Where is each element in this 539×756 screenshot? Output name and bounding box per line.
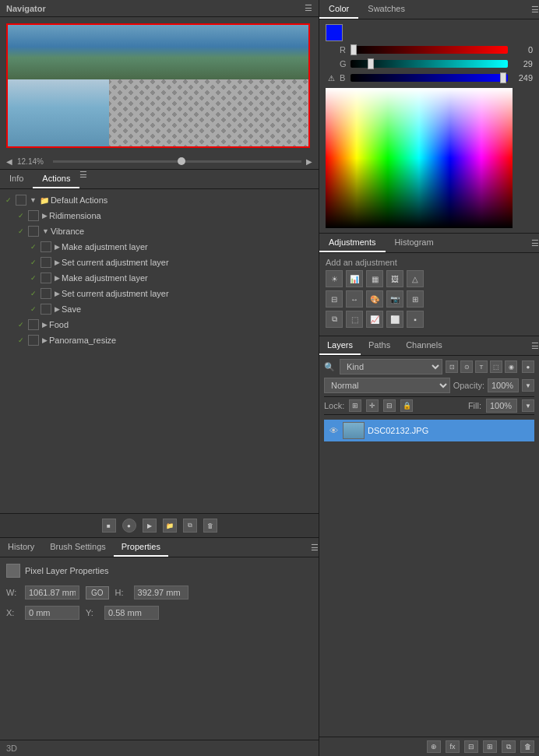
r-value: 0 xyxy=(511,45,533,55)
zoom-level: 12.14% xyxy=(17,157,48,166)
color-menu-icon[interactable]: ☰ xyxy=(531,5,539,15)
tab-info[interactable]: Info xyxy=(0,170,33,188)
zoom-in-icon[interactable]: ▶ xyxy=(306,157,312,166)
adj-hsl-icon[interactable]: ⊟ xyxy=(326,290,343,308)
tab-actions[interactable]: Actions xyxy=(33,170,79,188)
zoom-slider[interactable] xyxy=(53,160,301,163)
adj-brightness-icon[interactable]: ☀ xyxy=(326,270,343,287)
y-label: Y: xyxy=(86,608,98,617)
layer-visibility-icon[interactable]: 👁 xyxy=(327,424,340,437)
adj-posterize-icon[interactable]: 📈 xyxy=(366,311,383,328)
actions-menu-icon[interactable]: ☰ xyxy=(79,170,87,188)
g-slider[interactable] xyxy=(351,60,508,68)
adj-colorlookup-icon[interactable]: ⧉ xyxy=(326,311,343,328)
folder-button[interactable]: 📁 xyxy=(163,519,177,533)
b-slider-thumb[interactable] xyxy=(500,72,506,83)
g-slider-thumb[interactable] xyxy=(368,58,374,69)
filter-type-icon[interactable]: T xyxy=(475,360,488,373)
zoom-out-icon[interactable]: ◀ xyxy=(6,157,12,166)
adj-vibrance-icon[interactable]: △ xyxy=(407,270,424,287)
tab-layers[interactable]: Layers xyxy=(319,336,361,355)
play-button[interactable]: ▶ xyxy=(143,519,157,533)
tab-paths[interactable]: Paths xyxy=(361,336,398,355)
adj-invert-icon[interactable]: ⬚ xyxy=(346,311,363,328)
record-button[interactable]: ● xyxy=(122,519,136,533)
layer-thumbnail xyxy=(343,422,365,439)
expand-icon[interactable]: ▶ xyxy=(55,258,60,266)
foreground-color-swatch[interactable] xyxy=(326,24,343,41)
expand-icon[interactable]: ▼ xyxy=(30,196,37,204)
expand-icon[interactable]: ▶ xyxy=(55,290,60,297)
adj-levels-icon[interactable]: 📊 xyxy=(346,270,363,287)
filter-shape-icon[interactable]: ⬚ xyxy=(490,360,502,373)
r-slider[interactable] xyxy=(351,46,508,54)
r-slider-thumb[interactable] xyxy=(351,44,357,55)
adj-gradient-icon[interactable]: ▪ xyxy=(407,311,424,328)
lock-checkerboard-icon[interactable]: ⊞ xyxy=(349,399,361,412)
tab-properties[interactable]: Properties xyxy=(114,538,168,557)
new-group-icon[interactable]: ⊞ xyxy=(483,740,497,753)
stop-button[interactable]: ■ xyxy=(102,519,116,533)
expand-icon[interactable]: ▶ xyxy=(42,336,48,344)
b-value: 249 xyxy=(511,73,533,83)
list-item: ✓ ▶ Save xyxy=(0,301,319,317)
adj-photofilter-icon[interactable]: 📷 xyxy=(386,290,403,308)
bottom-panel-menu-icon[interactable]: ☰ xyxy=(311,543,319,553)
b-slider[interactable] xyxy=(351,74,508,82)
layers-menu-icon[interactable]: ☰ xyxy=(531,341,539,351)
adj-menu-icon[interactable]: ☰ xyxy=(531,238,539,248)
width-input[interactable] xyxy=(25,585,79,600)
expand-icon[interactable]: ▶ xyxy=(55,305,60,313)
adj-threshold-icon[interactable]: ⬜ xyxy=(386,311,403,328)
adj-channelmixer-icon[interactable]: ⊞ xyxy=(407,290,424,308)
lock-all-icon[interactable]: 🔒 xyxy=(400,399,413,412)
expand-icon[interactable]: ▶ xyxy=(55,243,60,251)
fill-input[interactable] xyxy=(486,399,517,413)
zoom-slider-thumb[interactable] xyxy=(178,157,185,165)
y-input[interactable] xyxy=(104,606,159,620)
tab-color[interactable]: Color xyxy=(319,0,358,19)
action-item-label: Make adjustment layer xyxy=(62,242,148,251)
blend-mode-select[interactable]: Normal xyxy=(324,378,450,393)
tab-swatches[interactable]: Swatches xyxy=(358,0,414,19)
go-button[interactable]: GO xyxy=(86,586,109,600)
expand-icon[interactable]: ▶ xyxy=(55,274,60,282)
fill-dropdown-icon[interactable]: ▼ xyxy=(522,399,534,412)
new-layer-icon[interactable]: ⧉ xyxy=(502,740,516,753)
filter-toggle-icon[interactable]: ● xyxy=(522,360,534,373)
height-input[interactable] xyxy=(134,585,188,600)
delete-layer-icon[interactable]: 🗑 xyxy=(520,740,534,753)
tab-history[interactable]: History xyxy=(0,538,42,557)
mask-icon[interactable]: ⊟ xyxy=(464,740,478,753)
lock-move-icon[interactable]: ✛ xyxy=(366,399,379,412)
b-slider-row: ⚠ B 249 xyxy=(326,72,533,83)
adj-colorbalance-icon[interactable]: ↔ xyxy=(346,290,363,308)
expand-icon[interactable]: ▶ xyxy=(42,321,48,329)
opacity-dropdown-icon[interactable]: ▼ xyxy=(522,379,534,392)
delete-action-button[interactable]: 🗑 xyxy=(203,519,217,533)
tab-brush-settings[interactable]: Brush Settings xyxy=(42,538,114,557)
kind-select[interactable]: Kind xyxy=(340,359,442,374)
left-panel: Navigator ☰ ◀ 12.14% ▶ Info Actions ☰ xyxy=(0,0,319,756)
filter-pixel-icon[interactable]: ⊡ xyxy=(446,360,458,373)
adj-blackwhite-icon[interactable]: 🎨 xyxy=(366,290,383,308)
new-action-button[interactable]: ⧉ xyxy=(183,519,197,533)
opacity-input[interactable] xyxy=(488,378,519,392)
color-spectrum[interactable] xyxy=(326,88,513,228)
tab-channels[interactable]: Channels xyxy=(398,336,449,355)
fx-icon[interactable]: fx xyxy=(446,740,460,753)
link-layers-icon[interactable]: ⊕ xyxy=(427,740,441,753)
expand-icon[interactable]: ▼ xyxy=(42,227,49,235)
tab-histogram[interactable]: Histogram xyxy=(386,234,443,252)
adj-exposure-icon[interactable]: 🖼 xyxy=(386,270,403,287)
filter-adjustment-icon[interactable]: ⊙ xyxy=(460,360,473,373)
x-input[interactable] xyxy=(25,606,79,620)
filter-smart-icon[interactable]: ◉ xyxy=(505,360,517,373)
expand-icon[interactable]: ▶ xyxy=(42,212,48,220)
lock-artboard-icon[interactable]: ⊟ xyxy=(383,399,396,412)
navigator-menu-icon[interactable]: ☰ xyxy=(305,3,312,13)
lock-label: Lock: xyxy=(324,401,344,410)
tab-adjustments[interactable]: Adjustments xyxy=(319,234,386,252)
adj-curves-icon[interactable]: ▦ xyxy=(366,270,383,287)
layer-row[interactable]: 👁 DSC02132.JPG xyxy=(324,420,534,441)
